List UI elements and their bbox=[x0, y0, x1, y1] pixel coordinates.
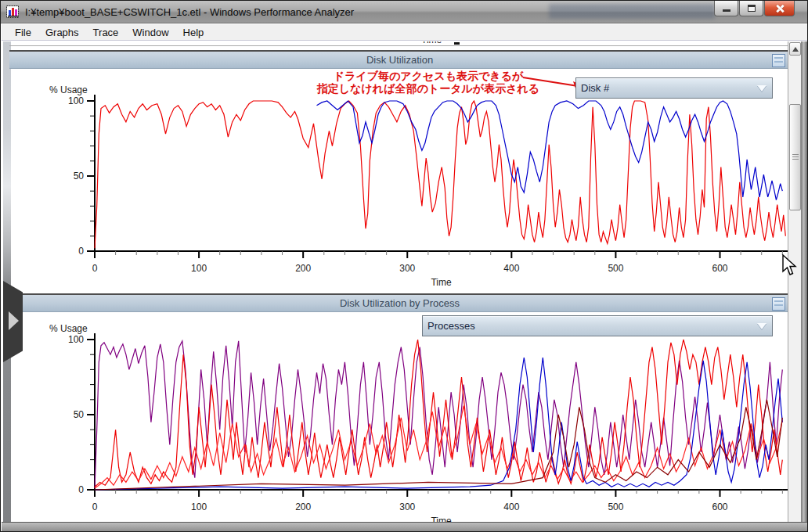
svg-text:100: 100 bbox=[191, 501, 207, 512]
svg-text:Time: Time bbox=[431, 277, 452, 288]
maximize-button[interactable] bbox=[739, 1, 763, 16]
panel-title: Disk Utilization bbox=[366, 54, 433, 66]
vertical-scrollbar[interactable] bbox=[788, 41, 801, 523]
svg-text:0: 0 bbox=[78, 484, 84, 495]
flyout-expand-icon bbox=[9, 311, 19, 330]
scrollbar-thumb[interactable] bbox=[789, 104, 801, 210]
menu-bar: File Graphs Trace Window Help bbox=[2, 24, 808, 41]
window-title: I:¥temp¥boot_BASE+CSWITCH_1c.etl - Windo… bbox=[25, 6, 354, 18]
svg-text:500: 500 bbox=[608, 263, 623, 274]
svg-text:400: 400 bbox=[503, 263, 519, 274]
disk-utilization-chart[interactable]: 0501000100200300400500600% UsageTime bbox=[32, 79, 803, 289]
title-bar[interactable]: I:¥temp¥boot_BASE+CSWITCH_1c.etl - Windo… bbox=[1, 1, 807, 23]
clipped-time-label: Time bbox=[421, 41, 453, 45]
menu-graphs[interactable]: Graphs bbox=[38, 25, 86, 40]
title-bar-ghost bbox=[549, 4, 715, 19]
svg-text:400: 400 bbox=[503, 501, 519, 512]
svg-text:% Usage: % Usage bbox=[49, 84, 88, 95]
client-area: Time Disk Utilization ドライブ毎のアクセスも表示できるが … bbox=[2, 41, 808, 523]
svg-text:% Usage: % Usage bbox=[49, 323, 88, 334]
svg-text:100: 100 bbox=[68, 95, 84, 106]
window-right-border bbox=[801, 41, 807, 523]
disk-by-process-chart[interactable]: 0501000100200300400500600% UsageTime bbox=[32, 318, 803, 527]
svg-text:50: 50 bbox=[74, 171, 85, 182]
svg-text:500: 500 bbox=[608, 501, 623, 512]
window-bottom-border bbox=[2, 522, 808, 531]
menu-trace[interactable]: Trace bbox=[86, 25, 126, 40]
scroll-up-button[interactable] bbox=[789, 42, 801, 56]
wpa-window: I:¥temp¥boot_BASE+CSWITCH_1c.etl - Windo… bbox=[0, 0, 808, 532]
panel-header-disk-by-process[interactable]: Disk Utilization by Process bbox=[9, 293, 790, 312]
close-button[interactable] bbox=[764, 1, 795, 16]
minimize-button[interactable] bbox=[714, 1, 738, 16]
svg-text:100: 100 bbox=[191, 263, 207, 274]
panel-header-disk-utilization[interactable]: Disk Utilization bbox=[9, 50, 790, 69]
app-icon bbox=[6, 5, 20, 18]
legend-icon[interactable] bbox=[772, 54, 785, 67]
svg-text:300: 300 bbox=[399, 263, 415, 274]
legend-icon[interactable] bbox=[772, 297, 785, 311]
svg-text:100: 100 bbox=[68, 334, 84, 345]
menu-window[interactable]: Window bbox=[125, 25, 175, 40]
panel-title: Disk Utilization by Process bbox=[340, 297, 460, 309]
svg-text:200: 200 bbox=[295, 501, 311, 512]
window-controls bbox=[713, 1, 795, 16]
svg-text:600: 600 bbox=[712, 501, 727, 512]
svg-text:50: 50 bbox=[74, 409, 85, 420]
svg-text:0: 0 bbox=[92, 263, 98, 274]
clipped-axis-mark bbox=[454, 42, 460, 45]
svg-text:300: 300 bbox=[399, 501, 415, 512]
menu-file[interactable]: File bbox=[8, 25, 38, 40]
graph-flyout-tab[interactable] bbox=[3, 281, 23, 362]
svg-text:0: 0 bbox=[78, 246, 84, 257]
divider-hairline bbox=[9, 45, 790, 46]
svg-text:600: 600 bbox=[712, 263, 727, 274]
menu-help[interactable]: Help bbox=[176, 25, 211, 40]
maximize-icon bbox=[748, 5, 756, 12]
scroll-up-icon bbox=[792, 47, 799, 52]
svg-text:200: 200 bbox=[295, 263, 311, 274]
close-icon bbox=[775, 4, 785, 13]
scrollbar-grip bbox=[792, 154, 799, 160]
svg-text:0: 0 bbox=[92, 501, 98, 512]
minimize-icon bbox=[723, 9, 730, 12]
